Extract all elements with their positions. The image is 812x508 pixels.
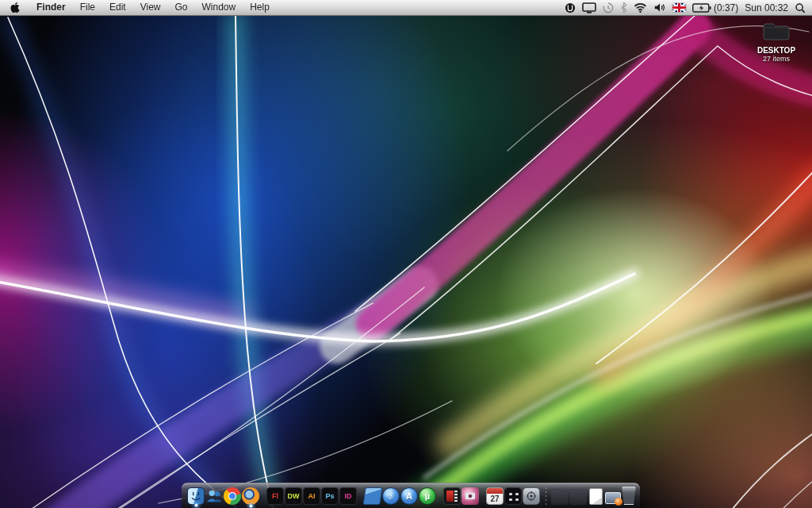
desktop-folder-count: 27 items — [747, 55, 806, 63]
illustrator-label: AI — [308, 493, 316, 500]
menu-bar: Finder File Edit View Go Window Help — [0, 0, 812, 16]
battery-charging-icon — [692, 3, 711, 13]
menu-bar-status-area: (0:37) Sun 00:32 — [565, 0, 812, 15]
dock-adobe-indesign-icon[interactable]: ID — [339, 487, 357, 505]
photoshop-label: Ps — [325, 493, 334, 500]
dock-media-grid-app-icon[interactable] — [504, 487, 522, 505]
displays-icon[interactable] — [582, 2, 596, 13]
battery-time: (0:37) — [714, 2, 738, 13]
dock-firefox-icon[interactable] — [242, 487, 259, 505]
dock-itunes-icon[interactable]: ♪ — [382, 487, 400, 505]
dark-folder-icon — [761, 19, 791, 41]
menu-clock[interactable]: Sun 00:32 — [745, 2, 788, 13]
flash-label: Fl — [272, 493, 278, 500]
running-indicator — [249, 504, 253, 508]
dock-iphoto-icon[interactable] — [462, 487, 479, 505]
menu-edit[interactable]: Edit — [102, 0, 133, 15]
dock-adobe-illustrator-icon[interactable]: AI — [303, 487, 320, 505]
music-note-glyph: ♪ — [389, 492, 393, 501]
dock-downloaded-file[interactable] — [605, 492, 621, 504]
dock-messenger-icon[interactable] — [205, 487, 223, 505]
dock: Fl DW AI Ps ID ♪ A µ — [182, 481, 640, 508]
dock-photo-booth-icon[interactable] — [443, 487, 461, 505]
dock-blue-box-app-icon[interactable] — [362, 487, 382, 505]
menu-window[interactable]: Window — [195, 0, 243, 15]
messenger-people-icon — [205, 487, 223, 505]
spotlight-icon[interactable] — [795, 2, 806, 13]
utorrent-status-icon[interactable] — [565, 2, 576, 13]
wallpaper-light-streaks — [0, 0, 812, 508]
utorrent-glyph: µ — [425, 492, 430, 501]
dock-stack-folder-1[interactable] — [551, 491, 569, 505]
menu-help[interactable]: Help — [243, 0, 277, 15]
apple-logo-icon — [10, 2, 20, 13]
desktop-folder-label: DESKTOP — [747, 46, 806, 55]
ical-header — [487, 488, 503, 494]
gear-icon — [525, 490, 538, 502]
dock-trash-icon[interactable] — [622, 487, 636, 505]
finder-face-icon — [188, 488, 204, 504]
desktop-screen: Finder File Edit View Go Window Help — [0, 0, 812, 508]
desktop-folder-icon[interactable]: DESKTOP 27 items — [747, 19, 806, 63]
dock-stack-folder-2[interactable] — [569, 491, 587, 505]
menu-view[interactable]: View — [133, 0, 168, 15]
bluetooth-icon[interactable] — [620, 2, 627, 13]
dock-app-store-icon[interactable]: A — [400, 487, 418, 505]
running-indicator — [194, 503, 198, 507]
input-language-flag-icon[interactable] — [672, 3, 686, 12]
dock-google-chrome-icon[interactable] — [224, 487, 241, 505]
wallpaper — [0, 0, 812, 508]
menu-go[interactable]: Go — [168, 0, 195, 15]
dock-items: Fl DW AI Ps ID ♪ A µ — [187, 487, 634, 505]
apple-menu[interactable] — [0, 0, 29, 15]
dock-divider — [542, 487, 549, 505]
dock-documents-stack[interactable] — [589, 488, 603, 505]
wifi-icon[interactable] — [634, 2, 647, 13]
dock-adobe-dreamweaver-icon[interactable]: DW — [285, 487, 302, 505]
app-menu-finder[interactable]: Finder — [29, 0, 73, 15]
uk-flag — [672, 3, 686, 12]
ical-day-number: 27 — [487, 495, 503, 503]
dock-finder-icon[interactable] — [187, 487, 205, 505]
indesign-label: ID — [345, 493, 352, 500]
dock-utorrent-icon[interactable]: µ — [419, 487, 436, 505]
dreamweaver-label: DW — [288, 493, 300, 500]
app-store-glyph: A — [406, 492, 412, 501]
dock-gear-utility-app-icon[interactable] — [523, 487, 540, 505]
menu-bar-left: Finder File Edit View Go Window Help — [0, 0, 277, 15]
battery-indicator[interactable]: (0:37) — [692, 2, 738, 13]
dock-adobe-photoshop-icon[interactable]: Ps — [321, 487, 339, 505]
volume-icon[interactable] — [653, 2, 666, 13]
media-grid-glyphs — [509, 493, 512, 495]
menu-file[interactable]: File — [73, 0, 102, 15]
dock-adobe-flash-icon[interactable]: Fl — [266, 487, 284, 505]
dock-ical-icon[interactable]: 27 — [486, 487, 504, 505]
time-machine-icon[interactable] — [603, 2, 614, 13]
